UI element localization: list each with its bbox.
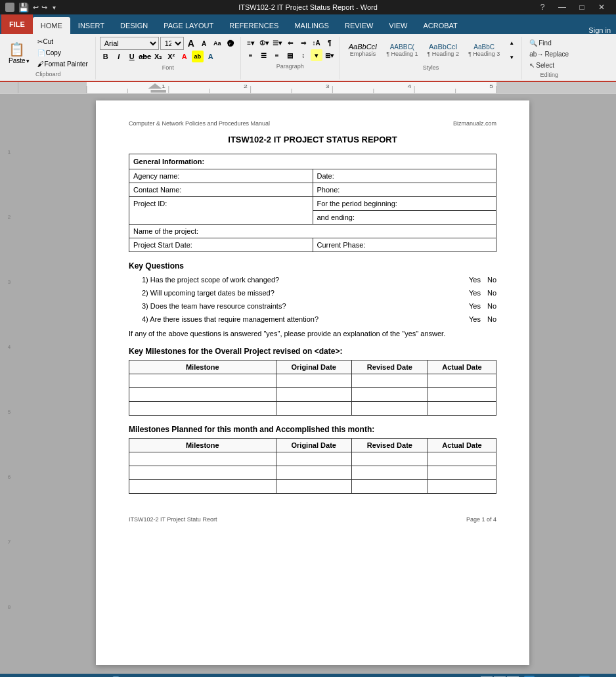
replace-button[interactable]: ab→ Replace — [526, 49, 572, 59]
font-size-select[interactable]: 12 — [160, 37, 184, 50]
tab-home[interactable]: HOME — [33, 17, 70, 34]
borders-button[interactable]: ⊞▾ — [324, 49, 336, 61]
margin-marker-8: 8 — [8, 604, 11, 610]
doc-header-left: Computer & Network Policies and Procedur… — [129, 120, 270, 127]
current-phase-field: Current Phase: — [313, 238, 496, 252]
ribbon-group-font: Arial 12 A A Aa 🅐 B I U abc X₂ X² A ab A… — [96, 37, 241, 79]
page-area[interactable]: Computer & Network Policies and Procedur… — [18, 94, 607, 674]
right-margin — [607, 94, 616, 674]
cut-button[interactable]: ✂ Cut — [34, 37, 91, 47]
subscript-button[interactable]: X₂ — [152, 51, 164, 62]
styles-scroll-down[interactable]: ▼ — [506, 51, 517, 63]
tab-page-layout[interactable]: PAGE LAYOUT — [156, 17, 221, 34]
bullets-button[interactable]: ≡▾ — [245, 37, 257, 49]
font-color-button[interactable]: A — [179, 51, 190, 62]
strikethrough-button[interactable]: abc — [139, 51, 151, 62]
tab-design[interactable]: DESIGN — [112, 17, 156, 34]
align-left-button[interactable]: ≡ — [245, 49, 257, 61]
tab-mailings[interactable]: MAILINGS — [286, 17, 337, 34]
explanation-text: If any of the above questions is answere… — [129, 330, 496, 338]
decrease-indent-button[interactable]: ⇐ — [284, 37, 296, 49]
project-name-field: Name of the project: — [129, 225, 496, 238]
clear-format-button[interactable]: 🅐 — [225, 37, 236, 49]
sign-in-link[interactable]: Sign in — [588, 26, 611, 34]
tab-file[interactable]: FILE — [1, 14, 33, 34]
shading-button[interactable]: ▾ — [311, 49, 322, 61]
milestones-planned-table: Milestone Original Date Revised Date Act… — [129, 438, 496, 494]
style-heading2[interactable]: AaBbCcI ¶ Heading 2 — [423, 41, 464, 59]
margin-marker-2: 2 — [8, 214, 11, 220]
paste-button[interactable]: 📋 Paste ▾ — [5, 39, 33, 66]
tab-references[interactable]: REFERENCES — [221, 17, 286, 34]
grow-font-button[interactable]: A — [185, 37, 197, 49]
select-button[interactable]: ↖ Select — [526, 60, 572, 70]
font-label: Font — [100, 64, 236, 71]
quick-access-save[interactable]: 💾 — [18, 3, 29, 12]
quick-access-undo[interactable]: ↩ — [33, 3, 39, 12]
col-milestone-planned: Milestone — [129, 439, 276, 452]
minimize-btn[interactable]: — — [553, 0, 571, 14]
col-original-date-planned: Original Date — [276, 439, 351, 452]
col-revised-date-overall: Revised Date — [351, 360, 428, 374]
table-row — [129, 402, 496, 416]
quick-access-redo[interactable]: ↪ — [41, 3, 47, 12]
align-center-button[interactable]: ☰ — [258, 49, 270, 61]
agency-name-field: Agency name: — [129, 169, 313, 183]
maximize-btn[interactable]: □ — [573, 0, 591, 14]
text-effects-button[interactable]: A — [205, 51, 217, 62]
col-milestone-overall: Milestone — [129, 360, 276, 374]
document-title: ITSW102-2 IT PROJECT STATUS REPORT — [129, 135, 496, 144]
find-button[interactable]: 🔍 Find — [526, 38, 572, 48]
footer-right: Page 1 of 4 — [466, 516, 496, 523]
format-painter-button[interactable]: 🖌 Format Painter — [34, 59, 91, 69]
numbering-button[interactable]: ①▾ — [258, 37, 270, 49]
project-id-field: Project ID: — [129, 197, 313, 225]
sort-button[interactable]: ↕A — [311, 37, 322, 49]
ribbon-group-paragraph: ≡▾ ①▾ ☰▾ ⇐ ⇒ ↕A ¶ ≡ ☰ ≡ ▤ ↕ ▾ ⊞▾ Paragra… — [241, 37, 340, 79]
margin-marker-1: 1 — [8, 149, 11, 155]
paste-icon: 📋 — [9, 41, 25, 57]
editing-label: Editing — [526, 72, 572, 78]
margin-marker-3: 3 — [8, 279, 11, 285]
align-right-button[interactable]: ≡ — [271, 49, 283, 61]
bold-button[interactable]: B — [100, 51, 112, 62]
key-question-2: 2) Will upcoming target dates be missed?… — [142, 289, 496, 297]
highlight-button[interactable]: ab — [192, 51, 204, 62]
multilevel-list-button[interactable]: ☰▾ — [271, 37, 283, 49]
margin-marker-5: 5 — [8, 409, 11, 415]
find-icon: 🔍 — [529, 39, 537, 47]
ruler: 1 2 3 4 5 — [0, 82, 616, 94]
doc-header-right: Bizmanualz.com — [453, 120, 496, 127]
show-hide-button[interactable]: ¶ — [324, 37, 336, 49]
superscript-button[interactable]: X² — [165, 51, 177, 62]
line-spacing-button[interactable]: ↕ — [297, 49, 309, 61]
ribbon-content: 📋 Paste ▾ ✂ Cut 📄 Copy 🖌 Format Painter … — [0, 34, 616, 82]
font-family-select[interactable]: Arial — [100, 37, 159, 50]
svg-text:5: 5 — [489, 83, 493, 89]
increase-indent-button[interactable]: ⇒ — [297, 37, 309, 49]
shrink-font-button[interactable]: A — [198, 37, 210, 49]
change-case-button[interactable]: Aa — [211, 37, 223, 49]
copy-button[interactable]: 📄 Copy — [34, 48, 91, 58]
italic-button[interactable]: I — [113, 51, 125, 62]
close-btn[interactable]: ✕ — [592, 0, 611, 14]
cut-icon: ✂ — [37, 38, 43, 45]
help-btn[interactable]: ? — [533, 0, 552, 14]
tab-insert[interactable]: INSERT — [70, 17, 112, 34]
svg-text:1: 1 — [162, 83, 165, 89]
svg-rect-20 — [151, 90, 166, 93]
window-title: ITSW102-2 IT Project Status Report - Wor… — [238, 3, 378, 11]
style-heading1[interactable]: AABBC( ¶ Heading 1 — [382, 41, 422, 59]
tab-acrobat[interactable]: ACROBAT — [415, 17, 465, 34]
footer-left: ITSW102-2 IT Project Statu Reort — [129, 516, 217, 523]
styles-scroll-up[interactable]: ▲ — [506, 37, 517, 49]
style-emphasis[interactable]: AaBbCcI Emphasis — [344, 41, 382, 59]
justify-button[interactable]: ▤ — [284, 49, 296, 61]
key-questions-list: 1) Has the project scope of work changed… — [142, 276, 496, 323]
tab-review[interactable]: REVIEW — [337, 17, 381, 34]
ruler-left-corner — [0, 82, 18, 93]
ribbon-group-clipboard: 📋 Paste ▾ ✂ Cut 📄 Copy 🖌 Format Painter … — [1, 37, 96, 79]
tab-view[interactable]: VIEW — [381, 17, 415, 34]
underline-button[interactable]: U — [126, 51, 138, 62]
style-heading3[interactable]: AaBbC ¶ Heading 3 — [464, 41, 504, 59]
